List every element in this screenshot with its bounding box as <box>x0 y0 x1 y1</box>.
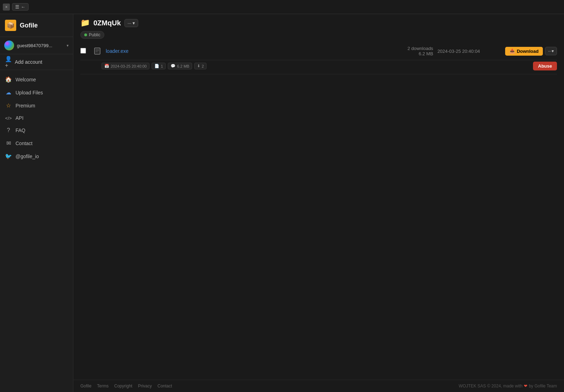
sidebar-item-welcome[interactable]: 🏠 Welcome <box>0 73 73 86</box>
files-icon: 📄 <box>154 64 159 68</box>
sidebar-item-contact[interactable]: ✉ Contact <box>0 137 73 150</box>
sidebar-logo: 📦 Gofile <box>0 14 73 37</box>
back-icon: ← <box>21 4 25 10</box>
faq-icon: ? <box>5 127 12 133</box>
close-button[interactable]: × <box>3 4 10 11</box>
menu-icon: ☰ <box>15 4 19 10</box>
folder-title-row: 📁 0ZMqUk ··· ▾ <box>80 18 557 27</box>
chevron-down-icon: ▾ <box>67 43 69 48</box>
heart-icon: ❤ <box>524 384 527 388</box>
folder-icon: 📁 <box>80 18 90 27</box>
copyright-suffix: by Gofile Team <box>529 384 557 388</box>
footer: Gofile Terms Copyright Privacy Contact W… <box>73 380 564 392</box>
add-account-label: Add account <box>15 59 42 65</box>
sidebar-item-premium[interactable]: ☆ Premium <box>0 99 73 112</box>
download-button[interactable]: 📥 Download <box>505 47 543 56</box>
folder-menu-icon: ··· <box>128 20 131 26</box>
footer-link-contact[interactable]: Contact <box>158 384 172 388</box>
file-type-icon <box>93 48 102 55</box>
tag-downloads-value: 2 <box>202 64 204 68</box>
close-icon: × <box>5 5 7 10</box>
main-header: 📁 0ZMqUk ··· ▾ Public <box>73 14 564 42</box>
tag-size: 💬 6.2 MB <box>168 63 192 69</box>
footer-link-terms[interactable]: Terms <box>97 384 109 388</box>
star-icon: ☆ <box>5 102 12 109</box>
file-actions: 📥 Download ··· ▾ <box>505 47 557 56</box>
file-downloads: 2 downloads <box>391 46 433 51</box>
file-table: loader.exe 2 downloads 6.2 MB 2024-03-25… <box>73 42 564 380</box>
visibility-badge: Public <box>80 31 104 39</box>
add-person-icon: 👤+ <box>5 58 12 66</box>
tag-date-value: 2024-03-25 20:40:00 <box>111 64 147 68</box>
tag-files-value: 1 <box>161 64 163 68</box>
footer-copyright: WOJTEK SAS © 2024, made with ❤ by Gofile… <box>459 384 557 388</box>
file-date: 2024-03-25 20:40:04 <box>437 49 501 54</box>
nav-label-api: API <box>16 115 24 121</box>
footer-link-copyright[interactable]: Copyright <box>114 384 132 388</box>
file-name[interactable]: loader.exe <box>106 48 387 54</box>
tag-files: 📄 1 <box>152 63 166 69</box>
tag-downloads: ⬇ 2 <box>194 63 207 69</box>
size-icon: 💬 <box>171 64 176 68</box>
mail-icon: ✉ <box>5 140 12 147</box>
sidebar-item-faq[interactable]: ? FAQ <box>0 124 73 137</box>
tag-size-value: 6.2 MB <box>177 64 189 68</box>
more-chevron: ▾ <box>552 49 554 54</box>
sidebar: 📦 Gofile guest98470799... ▾ 👤+ Add accou… <box>0 14 73 392</box>
home-icon: 🏠 <box>5 76 12 83</box>
add-account-button[interactable]: 👤+ Add account <box>0 54 73 70</box>
download-icon: 📥 <box>509 49 515 54</box>
downloads-icon: ⬇ <box>197 64 200 68</box>
account-selector[interactable]: guest98470799... ▾ <box>0 37 73 54</box>
nav-label-premium: Premium <box>16 103 35 108</box>
folder-name: 0ZMqUk <box>93 19 121 27</box>
logo-text: Gofile <box>20 22 38 29</box>
nav-label-faq: FAQ <box>16 127 25 133</box>
file-more-button[interactable]: ··· ▾ <box>545 47 557 55</box>
nav-label-contact: Contact <box>16 141 32 146</box>
file-meta: 2 downloads 6.2 MB <box>391 46 433 56</box>
sidebar-item-api[interactable]: </> API <box>0 112 73 124</box>
nav-label-upload: Upload Files <box>16 90 43 95</box>
app-body: 📦 Gofile guest98470799... ▾ 👤+ Add accou… <box>0 14 564 392</box>
topbar: × ☰ ← <box>0 0 564 14</box>
calendar-icon: 📅 <box>104 64 109 68</box>
avatar <box>4 41 14 50</box>
twitter-icon: 🐦 <box>5 153 12 160</box>
copyright-text: WOJTEK SAS © 2024, made with <box>459 384 522 388</box>
sidebar-item-twitter[interactable]: 🐦 @gofile_io <box>0 150 73 163</box>
account-name: guest98470799... <box>17 43 64 48</box>
footer-link-gofile[interactable]: Gofile <box>80 384 91 388</box>
svg-rect-0 <box>94 48 100 54</box>
api-icon: </> <box>5 116 12 121</box>
more-icon: ··· <box>548 49 552 54</box>
checkbox-cell <box>80 48 89 55</box>
abuse-button[interactable]: Abuse <box>533 62 557 70</box>
footer-link-privacy[interactable]: Privacy <box>138 384 152 388</box>
nav-label-welcome: Welcome <box>16 77 36 82</box>
footer-links: Gofile Terms Copyright Privacy Contact <box>80 384 172 388</box>
sidebar-nav: 🏠 Welcome ☁ Upload Files ☆ Premium </> A… <box>0 73 73 163</box>
download-label: Download <box>517 49 539 54</box>
folder-menu-chevron: ▾ <box>133 20 135 26</box>
file-tags-row: 📅 2024-03-25 20:40:00 📄 1 💬 6.2 MB ⬇ 2 A… <box>80 60 557 74</box>
sidebar-item-upload[interactable]: ☁ Upload Files <box>0 86 73 99</box>
tag-date: 📅 2024-03-25 20:40:00 <box>102 63 149 69</box>
upload-icon: ☁ <box>5 89 12 96</box>
nav-label-twitter: @gofile_io <box>16 154 39 159</box>
visibility-label: Public <box>89 32 100 37</box>
sidebar-toggle-button[interactable]: ☰ ← <box>12 3 29 11</box>
table-row: loader.exe 2 downloads 6.2 MB 2024-03-25… <box>80 42 557 60</box>
topbar-nav: ☰ ← <box>12 3 29 11</box>
public-dot <box>84 33 87 36</box>
file-size: 6.2 MB <box>391 51 433 56</box>
logo-icon: 📦 <box>5 20 16 31</box>
folder-menu-button[interactable]: ··· ▾ <box>124 19 138 27</box>
main-content: 📁 0ZMqUk ··· ▾ Public <box>73 14 564 392</box>
file-checkbox[interactable] <box>80 48 86 54</box>
